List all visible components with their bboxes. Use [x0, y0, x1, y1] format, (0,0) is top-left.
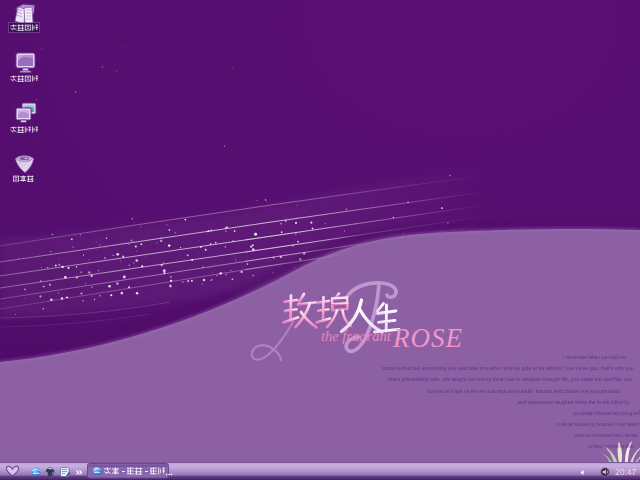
svg-text:ROSE: ROSE	[392, 323, 463, 353]
svg-text:20:47: 20:47	[615, 467, 637, 477]
svg-text:the fragrant: the fragrant	[321, 328, 392, 344]
